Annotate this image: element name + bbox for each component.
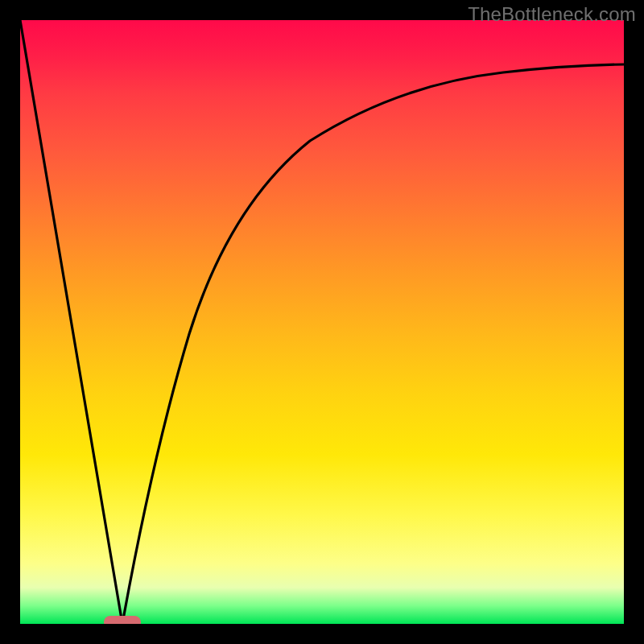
curve-layer bbox=[20, 20, 624, 624]
curve-right-branch bbox=[122, 64, 624, 624]
chart-frame: TheBottleneck.com bbox=[0, 0, 644, 644]
valley-marker-pill bbox=[104, 616, 141, 624]
curve-left-branch bbox=[20, 20, 122, 624]
plot-area bbox=[20, 20, 624, 624]
watermark-text: TheBottleneck.com bbox=[468, 3, 636, 26]
